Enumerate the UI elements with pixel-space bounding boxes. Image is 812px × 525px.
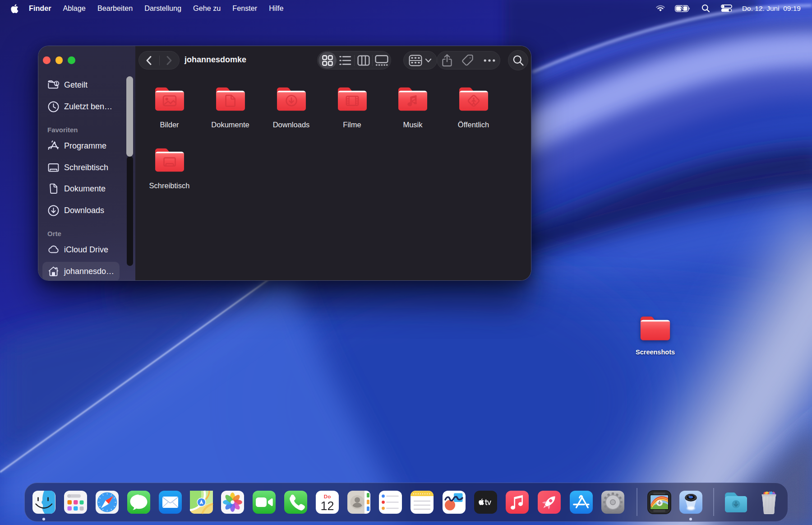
svg-text:12: 12	[320, 499, 334, 513]
svg-text:Do: Do	[323, 494, 330, 499]
